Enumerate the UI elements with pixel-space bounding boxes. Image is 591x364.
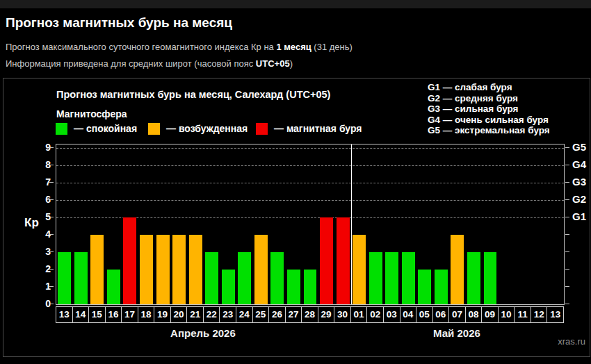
gridline-kp7 (56, 183, 564, 183)
y-tick-label: 6 (33, 194, 51, 205)
date-label: 01 (350, 306, 368, 323)
legend-label-excited: — возбужденная (166, 123, 248, 134)
g-scale-legend: G1 — слабая буряG2 — средняя буряG3 — си… (428, 82, 550, 136)
kp-bar (402, 252, 415, 304)
right-tick-mark (565, 286, 569, 287)
plot-area (56, 144, 565, 305)
chart-title: Прогноз магнитных бурь на месяц, Салехар… (56, 89, 330, 100)
y-tick-label: 9 (33, 142, 51, 153)
kp-bar (287, 270, 300, 304)
date-label: 18 (138, 306, 155, 323)
kp-bar (254, 235, 268, 304)
right-tick-mark (565, 217, 569, 217)
date-label: 27 (285, 306, 302, 323)
y-tick-label: 3 (33, 246, 51, 257)
y-tick-mark (49, 304, 54, 304)
date-label: 07 (448, 306, 466, 323)
y-tick-label: 4 (33, 229, 51, 240)
month-separator (351, 144, 352, 304)
y-tick-mark (49, 182, 54, 183)
date-label: 06 (432, 306, 450, 323)
kp-bar (304, 270, 317, 304)
y-tick-label: 5 (33, 211, 51, 222)
right-tick-mark (565, 234, 569, 235)
page-subtitle-latitude: Информация приведена для средних широт (… (6, 58, 293, 69)
date-label: 15 (88, 306, 106, 323)
y-tick-mark (49, 269, 54, 270)
date-label: 30 (334, 306, 351, 323)
date-label: 26 (268, 306, 286, 323)
g-legend-line: G4 — очень сильная буря (428, 115, 550, 126)
subtitle-text: Прогноз максимального суточного геомагни… (6, 42, 276, 52)
subtitle-text: ) (290, 58, 293, 69)
legend-item-storm: — магнитная буря (256, 122, 362, 135)
right-tick-mark (565, 251, 569, 252)
date-label: 10 (498, 306, 515, 323)
kp-bar (369, 252, 382, 304)
subtitle-bold-period: 1 месяц (276, 42, 311, 52)
date-label: 20 (170, 306, 188, 323)
date-label: 16 (105, 306, 122, 323)
date-label: 22 (203, 306, 220, 323)
date-label: 08 (465, 306, 483, 323)
kp-bar (140, 235, 153, 304)
g-axis-label-g3: G3 (572, 176, 586, 188)
month-label: Май 2026 (433, 327, 480, 339)
kp-bar (451, 235, 464, 304)
subtitle-bold-timezone: UTC+05 (256, 58, 290, 69)
date-label: 17 (121, 306, 138, 323)
legend-item-excited: — возбужденная (148, 122, 248, 135)
g-legend-line: G1 — слабая буря (428, 82, 550, 93)
kp-bar (467, 252, 480, 304)
date-label: 14 (72, 306, 90, 323)
subtitle-text: Информация приведена для средних широт (… (6, 58, 256, 69)
g-legend-line: G3 — сильная буря (428, 104, 550, 115)
right-tick-mark (565, 165, 569, 165)
page-subtitle-kp: Прогноз максимального суточного геомагни… (6, 42, 353, 52)
kp-bar (385, 252, 398, 304)
date-label: 25 (252, 306, 270, 323)
kp-bar (222, 270, 235, 304)
g-legend-line: G5 — экстремальная буря (428, 125, 550, 136)
date-label: 13 (56, 306, 73, 323)
date-label: 19 (154, 306, 171, 323)
subtitle-text: (31 день) (311, 42, 353, 52)
date-label: 03 (383, 306, 400, 323)
date-label: 05 (416, 306, 433, 323)
date-label: 11 (514, 306, 531, 323)
y-tick-mark (49, 234, 54, 235)
kp-bar (107, 270, 120, 304)
y-tick-label: 2 (33, 263, 51, 274)
y-tick-mark (49, 251, 54, 252)
y-tick-mark (49, 147, 54, 148)
kp-bar (337, 217, 350, 304)
legend-swatch-storm-icon (256, 123, 268, 135)
date-label: 12 (531, 306, 548, 323)
watermark: xras.ru (558, 336, 585, 347)
gridline-kp6 (56, 200, 564, 201)
gridline-kp8 (56, 165, 564, 166)
g-axis-label-g5: G5 (572, 141, 586, 153)
right-tick-mark (565, 147, 569, 148)
date-label: 24 (236, 306, 253, 323)
legend-item-quiet: — спокойная (56, 122, 137, 135)
right-tick-mark (565, 182, 569, 183)
kp-bar (156, 235, 170, 304)
kp-bar (189, 235, 202, 304)
g-axis-label-g1: G1 (572, 210, 586, 222)
date-label: 29 (318, 306, 335, 323)
kp-bar (205, 252, 218, 304)
page-top-strip (0, 0, 591, 8)
y-tick-mark (49, 286, 54, 287)
gridline-kp9 (56, 148, 564, 149)
date-label: 04 (400, 306, 417, 323)
legend-title: Магнитосфера (56, 108, 127, 119)
kp-bar (320, 217, 333, 304)
kp-bar (238, 252, 251, 304)
y-tick-mark (49, 217, 54, 217)
right-tick-mark (565, 269, 569, 270)
y-tick-mark (49, 199, 54, 200)
date-label: 13 (547, 306, 564, 323)
legend-swatch-quiet-icon (56, 123, 67, 135)
y-tick-mark (49, 165, 54, 165)
